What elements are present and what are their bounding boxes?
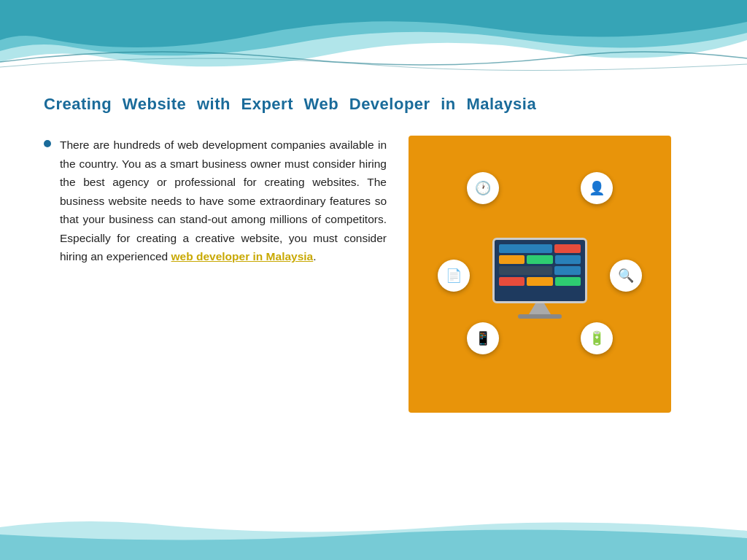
screen-block-3	[499, 255, 525, 264]
web-dev-image: 🕐 👤 📄 🔍 📱 🔋	[409, 136, 671, 413]
bullet-paragraph: There are hundreds of web development co…	[60, 136, 387, 266]
wave-top-decoration	[0, 0, 747, 80]
screen-block-1	[499, 244, 552, 253]
monitor-screen-container	[492, 238, 587, 303]
screen-block-5	[555, 255, 581, 264]
search-icon: 🔍	[610, 260, 642, 292]
screen-block-8	[499, 277, 525, 286]
monitor-stand	[529, 303, 551, 314]
document-icon: 📄	[438, 260, 470, 292]
wave-bottom-decoration	[0, 516, 747, 560]
battery-icon: 🔋	[581, 322, 613, 354]
screen-block-4	[527, 255, 552, 264]
clock-icon: 🕐	[467, 172, 499, 204]
web-developer-link[interactable]: web developer in Malaysia	[171, 250, 314, 262]
screen-block-7	[554, 266, 581, 275]
screen-block-10	[555, 277, 581, 286]
bullet-text-before-link: There are hundreds of web development co…	[60, 139, 387, 262]
slide: Creating Website with Expert Web Develop…	[0, 0, 747, 560]
text-column: There are hundreds of web development co…	[44, 136, 387, 266]
bullet-text-after-link: .	[313, 250, 316, 262]
web-illustration: 🕐 👤 📄 🔍 📱 🔋	[409, 136, 671, 413]
monitor-base	[518, 314, 562, 319]
screen-block-6	[499, 266, 552, 275]
bullet-dot	[44, 140, 51, 147]
screen-block-2	[554, 244, 581, 253]
main-content: There are hundreds of web development co…	[44, 136, 703, 413]
content-area: Creating Website with Expert Web Develop…	[29, 80, 718, 516]
slide-title: Creating Website with Expert Web Develop…	[44, 95, 703, 114]
monitor-graphic	[492, 238, 587, 319]
monitor-screen	[495, 240, 585, 301]
person-icon: 👤	[581, 172, 613, 204]
bullet-item: There are hundreds of web development co…	[44, 136, 387, 266]
screen-block-9	[527, 277, 552, 286]
phone-icon: 📱	[467, 322, 499, 354]
